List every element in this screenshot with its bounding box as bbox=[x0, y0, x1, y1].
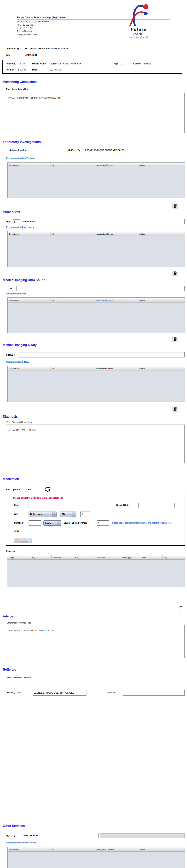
patient-name-label: Patient Name bbox=[32, 62, 46, 65]
visit-date-value: : 2024-03-18 bbox=[49, 68, 61, 71]
diagnosis-textarea[interactable]: GESTATION 8 W 1 D NORMAL bbox=[6, 425, 185, 463]
section-heading-diagnosis: Diagnosis bbox=[3, 415, 18, 418]
trash-outline-icon bbox=[179, 606, 183, 611]
advice-textarea[interactable]: CONTINUE ATTENDING IN ANC IN LOCAL CLINI… bbox=[6, 625, 185, 658]
other-services-qty-input[interactable] bbox=[13, 833, 20, 838]
column-header-department: Department bbox=[8, 366, 50, 371]
column-header-qty: Qty bbox=[163, 555, 185, 559]
logo-word-care: Care♥ bbox=[120, 32, 156, 36]
other-services-input[interactable] bbox=[42, 833, 99, 838]
way-dropdown-value: Before Meal bbox=[29, 512, 52, 517]
duration-type-value: Day/s bbox=[44, 521, 57, 525]
company-number: Company No.8417652-2 bbox=[17, 33, 39, 36]
procedures-qty-label: Qty : bbox=[6, 220, 11, 223]
way-dropdown[interactable]: Before Meal bbox=[29, 512, 57, 517]
column-header-investigation: Investigation / Service bbox=[94, 847, 138, 851]
complaints-hint: Enter Complaints Here bbox=[6, 88, 29, 90]
recommended-lab-testings-label: Recommended Lab Testings bbox=[6, 157, 35, 159]
plus-circle-icon bbox=[15, 539, 19, 542]
patient-info-box: Patient ID : 6156 Patient Name : DEBRA M… bbox=[2, 60, 182, 74]
special-notes-input[interactable] bbox=[138, 503, 175, 508]
column-header-investigation: Investigation/Service bbox=[94, 298, 138, 302]
special-notes-label: Special Notes bbox=[116, 504, 130, 506]
other-services-qty-label: Qty : bbox=[6, 834, 11, 837]
duration-type-dropdown[interactable]: Day/s bbox=[43, 520, 61, 526]
patient-gender-label: Gender bbox=[133, 62, 141, 65]
section-heading-procedures: Procedures bbox=[3, 210, 20, 214]
company-title: Future Care by Future Holdings (Pty) Lim… bbox=[17, 15, 66, 19]
delete-lab-test-button[interactable] bbox=[173, 203, 178, 209]
procedures-qty-input[interactable] bbox=[13, 219, 20, 224]
chevron-down-icon bbox=[52, 512, 57, 517]
column-header-status: Status bbox=[138, 847, 185, 851]
consulted-by-label: Consulted By : bbox=[6, 47, 21, 50]
procedures-table-header: Department ID Investigation/Service Stat… bbox=[8, 231, 185, 236]
frequency-qty-input[interactable] bbox=[80, 512, 90, 517]
column-header-id: ID bbox=[50, 366, 94, 371]
patient-gender-value: : Female bbox=[143, 62, 151, 65]
referrals-list-box[interactable] bbox=[6, 698, 185, 815]
column-header-investigation: Investigation/Service bbox=[94, 366, 138, 371]
complaints-textarea[interactable]: GYNAE USS REPORT: NORMAL GESTATIONS 8 W … bbox=[6, 93, 185, 133]
uss-input[interactable] bbox=[16, 286, 185, 291]
delete-procedure-button[interactable] bbox=[173, 270, 178, 276]
uss-table: Department ID Investigation/Service Stat… bbox=[7, 298, 185, 333]
referring-doctor-input[interactable] bbox=[33, 690, 86, 695]
column-header-duration: Duration bbox=[96, 555, 118, 559]
company-phone-2: T: +24 84 225 252 bbox=[17, 27, 33, 29]
chevron-down-icon bbox=[72, 512, 76, 517]
referring-doctor-label: Reffering Doctor bbox=[7, 691, 22, 693]
frequency-dropdown[interactable]: OD bbox=[60, 512, 76, 517]
consult-date-value: : 2024-03-18 bbox=[25, 54, 37, 56]
visit-id-colon: : bbox=[18, 68, 19, 71]
other-services-disabled-field bbox=[100, 833, 185, 838]
delete-uss-button[interactable] bbox=[173, 336, 178, 342]
fraction-note: Please add as decimal numbers when addin… bbox=[112, 522, 183, 524]
consultation-page: Future Care by Future Holdings (Pty) Lim… bbox=[0, 0, 187, 868]
drug-list-label: Drug List bbox=[6, 550, 15, 552]
diagnosis-hint: Enter Diagnosis Details Here bbox=[6, 421, 32, 423]
xray-label: X-Rays : bbox=[6, 354, 14, 356]
delete-xray-button[interactable] bbox=[173, 406, 178, 412]
column-header-department: Department bbox=[8, 847, 50, 851]
company-address: Le Chainter,Victoria,Mahe,Seychelles bbox=[17, 21, 50, 23]
section-heading-advice: Advice bbox=[3, 615, 13, 618]
trash-icon bbox=[174, 271, 177, 275]
referrals-hint: Select the needed Refferal bbox=[7, 676, 31, 679]
section-heading-referrals: Refferals bbox=[3, 668, 16, 672]
visit-id-value: 11695 bbox=[20, 68, 26, 71]
frequency-dropdown-value: OD bbox=[60, 512, 72, 517]
drug-list-table-header: Drug ID Drug Fequency Way Duration Durat… bbox=[7, 555, 185, 560]
lab-investigation-input[interactable] bbox=[30, 148, 56, 153]
column-header-way: Way bbox=[74, 555, 96, 559]
consulted-by-value: Dr. LEONEL ENRIQUE GUERRA ROSALES bbox=[25, 47, 68, 50]
delete-advice-button[interactable] bbox=[179, 605, 183, 611]
column-header-investigation: Investigation/Service bbox=[94, 231, 138, 236]
company-phone-1: T: +24 82 593 593 bbox=[17, 24, 33, 26]
drug-input[interactable] bbox=[29, 503, 109, 508]
refresh-prescription-button[interactable] bbox=[45, 486, 51, 492]
procedures-input[interactable] bbox=[38, 219, 185, 224]
per-meal-label: Drugs/Tablets per meal : bbox=[64, 522, 88, 524]
procedures-table: Department ID Investigation/Service Stat… bbox=[7, 231, 185, 267]
column-header-id: ID bbox=[50, 847, 94, 851]
per-meal-input[interactable] bbox=[97, 520, 109, 526]
company-title-main: Future Care bbox=[17, 16, 30, 19]
lab-tests-table: Department ID Investigation/Service Stat… bbox=[7, 162, 185, 198]
add-drug-button[interactable]: Add Drug bbox=[14, 538, 32, 543]
trash-icon bbox=[174, 204, 177, 208]
referred-by-label: Reffered By : bbox=[68, 149, 82, 151]
column-header-status: Status bbox=[138, 298, 185, 302]
column-header-note: Note bbox=[140, 555, 162, 559]
referred-by-value: LEONEL ENRIQUE GUERRA ROSALES bbox=[85, 149, 124, 151]
xray-input[interactable] bbox=[18, 352, 185, 358]
lab-tests-table-header: Department ID Investigation/Service Stat… bbox=[8, 162, 185, 167]
duration-input[interactable] bbox=[29, 520, 41, 526]
company-email: E: jude@future.sc bbox=[17, 30, 33, 32]
column-header-id: ID bbox=[50, 298, 94, 302]
uss-table-header: Department ID Investigation/Service Stat… bbox=[8, 298, 185, 303]
consultant-input[interactable] bbox=[123, 690, 185, 695]
special-notes-colon: : bbox=[135, 504, 135, 506]
patient-name-value: : DEBRA MARIANNE PANAGARY bbox=[49, 62, 81, 65]
prescription-id-input[interactable] bbox=[27, 487, 42, 492]
